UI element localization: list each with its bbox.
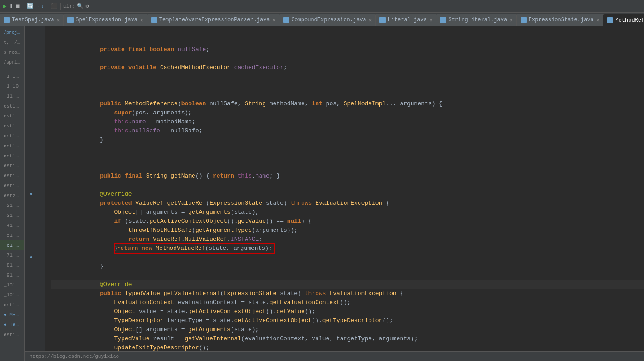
- tab-close-spelexpression[interactable]: ✕: [140, 17, 143, 23]
- sidebar-item-test1[interactable]: ● Test1: [0, 320, 24, 330]
- code-line-return-highlighted: return new MethodValueRef(state, argumen…: [51, 244, 644, 253]
- toolbar-icon-9[interactable]: 🔍: [77, 3, 84, 9]
- code-line-blank9: [51, 262, 644, 271]
- sidebar-item-91100[interactable]: _91_100: [0, 270, 24, 280]
- sidebar-item-6170[interactable]: _61_70: [0, 240, 24, 250]
- toolbar-icon-2[interactable]: ⏸: [8, 3, 14, 9]
- line-num-3: [39, 54, 42, 63]
- sidebar-item-est11v[interactable]: est11_v: [0, 101, 24, 111]
- tab-label-expressionstate: ExpressionState.java: [529, 17, 594, 23]
- sidebar-item-110[interactable]: _1_10: [0, 81, 24, 91]
- editor-area: private final boolean nullSafe; private …: [25, 26, 644, 361]
- code-line-getvalueref: protected ValueRef getValueRef(Expressio…: [51, 190, 644, 199]
- toolbar-icon-3[interactable]: ⏹: [15, 3, 21, 9]
- sidebar-item-1100[interactable]: _1_100: [0, 71, 24, 81]
- sidebar-item-101110[interactable]: _101_110: [0, 290, 24, 300]
- line-num-14: [39, 154, 42, 163]
- sidebar-item-est102[interactable]: est102_: [0, 330, 24, 340]
- tab-expressionstate[interactable]: ExpressionState.java ✕: [517, 14, 604, 26]
- tab-close-stringliteral[interactable]: ✕: [510, 17, 513, 23]
- line-num-20: [39, 208, 42, 217]
- tab-label-testspej: TestSpej.java: [12, 17, 54, 23]
- sidebar-item-est15fa[interactable]: est15_fa: [0, 141, 24, 151]
- sidebar-item-est17p[interactable]: est17_p: [0, 161, 24, 171]
- sidebar-item-est16a[interactable]: est16_a: [0, 151, 24, 161]
- tab-close-compound[interactable]: ✕: [369, 17, 372, 23]
- sidebar-item-101200[interactable]: _101_200: [0, 280, 24, 290]
- sidebar-item-1120[interactable]: _11_20: [0, 91, 24, 101]
- code-line-close3: }: [51, 253, 644, 262]
- sidebar-item-est12c[interactable]: est12_c: [0, 111, 24, 121]
- line-num-8: [39, 99, 42, 108]
- line-num-6: [39, 81, 42, 90]
- sidebar-item-3140[interactable]: _31_40: [0, 211, 24, 220]
- sidebar-item-4150[interactable]: _41_50: [0, 220, 24, 230]
- separator-2: [60, 3, 61, 10]
- sidebar-item-root2[interactable]: s root, ~: [0, 48, 24, 58]
- toolbar-icon-7[interactable]: ↑: [46, 3, 49, 9]
- code-line-blank4: [51, 81, 644, 90]
- status-bar: https://blog.csdn.net/guyixiao: [25, 351, 644, 361]
- line-num-19: [39, 199, 42, 208]
- line-num-27: [39, 271, 42, 280]
- sidebar-item-2130[interactable]: _21_30: [0, 201, 24, 211]
- tab-icon-literal: [379, 17, 386, 23]
- line-num-33: [39, 325, 42, 334]
- sidebar-item-spring[interactable]: /spring.: [0, 58, 24, 68]
- code-line-cachedexecutor: private volatile CachedMethodExecutor ca…: [51, 54, 644, 63]
- sidebar-item-5160[interactable]: _51_60: [0, 230, 24, 240]
- sidebar-item-est18p[interactable]: est18_p: [0, 171, 24, 181]
- line-num-34: [39, 334, 42, 343]
- toolbar: ▶ ⏸ ⏹ 🔄 → ↓ ↑ ⬛ Dir: 🔍 ⚙: [0, 0, 644, 13]
- line-num-24: [39, 244, 42, 253]
- tab-templateaware[interactable]: TemplateAwareExpressionParser.java ✕: [147, 14, 279, 26]
- sidebar-item-project[interactable]: /project: [0, 28, 24, 38]
- toolbar-icon-10[interactable]: ⚙: [85, 3, 89, 9]
- sidebar-item-8190[interactable]: _81_90: [0, 260, 24, 270]
- toolbar-icon-5[interactable]: →: [35, 3, 38, 9]
- line-num-18: [39, 190, 42, 199]
- tab-literal[interactable]: Literal.java ✕: [376, 14, 436, 26]
- line-num-9: [39, 108, 42, 117]
- sidebar-item-7180[interactable]: _71_80: [0, 250, 24, 260]
- sidebar-item-est14s[interactable]: est14_s: [0, 131, 24, 141]
- code-line-getvalueinternal: public TypedValue getValueInternal(Expre…: [51, 280, 644, 289]
- line-num-28: [39, 280, 42, 289]
- sidebar-item-root1[interactable]: t, ~/pr: [0, 38, 24, 48]
- line-num-empty1: [39, 27, 42, 36]
- tab-testspej[interactable]: TestSpej.java ✕: [0, 14, 64, 26]
- tab-compound[interactable]: CompoundExpression.java ✕: [279, 14, 376, 26]
- tab-close-literal[interactable]: ✕: [430, 17, 433, 23]
- toolbar-icon-8[interactable]: ⬛: [51, 3, 57, 9]
- sidebar-item-est20li[interactable]: est20_li: [0, 191, 24, 201]
- toolbar-icon-1[interactable]: ▶: [3, 2, 6, 10]
- toolbar-icon-6[interactable]: ↓: [41, 3, 44, 9]
- toolbar-icon-4[interactable]: 🔄: [27, 3, 33, 9]
- tab-close-expressionstate[interactable]: ✕: [597, 17, 600, 23]
- tab-spelexpression[interactable]: SpelExpression.java ✕: [64, 14, 147, 26]
- tab-methodreference[interactable]: MethodReference.java ✕: [603, 14, 644, 26]
- tab-close-testspej[interactable]: ✕: [57, 17, 60, 23]
- line-num-25: [39, 253, 42, 262]
- code-line-override2: @Override: [51, 271, 644, 280]
- line-num-21: [39, 217, 42, 226]
- tab-stringliteral[interactable]: StringLiteral.java ✕: [436, 14, 516, 26]
- tab-icon-expressionstate: [521, 17, 527, 23]
- tab-label-compound: CompoundExpression.java: [291, 17, 366, 23]
- tab-icon-methodreference: [607, 17, 613, 23]
- main-layout: /project t, ~/pr s root, ~ /spring. _1_1…: [0, 26, 644, 361]
- sidebar-item-est101r[interactable]: est101_r: [0, 300, 24, 310]
- sidebar-item-est13c[interactable]: est13_c: [0, 121, 24, 131]
- code-line-nullsafe: private final boolean nullSafe;: [51, 36, 644, 45]
- tab-icon-spelexpression: [67, 17, 74, 23]
- tab-close-templateaware[interactable]: ✕: [273, 17, 276, 23]
- sidebar: /project t, ~/pr s root, ~ /spring. _1_1…: [0, 26, 25, 361]
- line-num-12: [39, 136, 42, 145]
- line-num-7: [39, 90, 42, 99]
- tab-bar: TestSpej.java ✕ SpelExpression.java ✕ Te…: [0, 13, 644, 26]
- sidebar-item-myse[interactable]: ● MySe: [0, 310, 24, 320]
- code-line-blank5: [51, 136, 644, 145]
- sidebar-item-est19c[interactable]: est19_c: [0, 181, 24, 191]
- line-num-1: [39, 36, 42, 45]
- code-lines[interactable]: private final boolean nullSafe; private …: [45, 26, 644, 351]
